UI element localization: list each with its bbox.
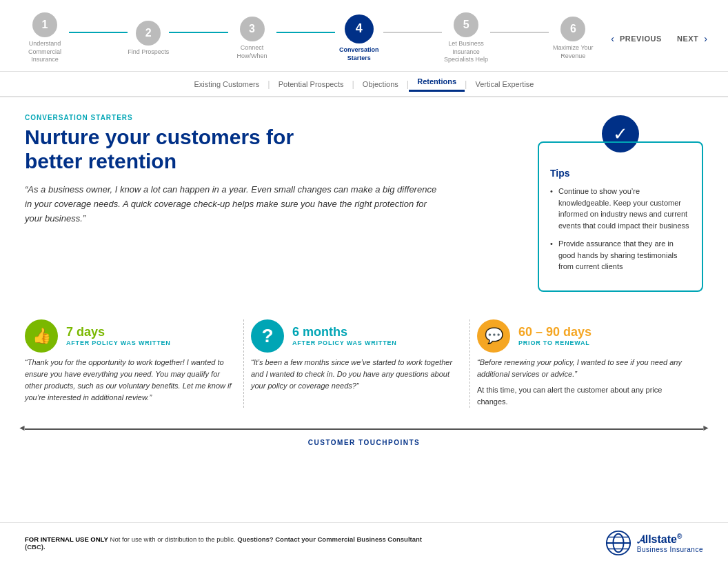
tp-icon-chat: 💬 (477, 319, 510, 353)
tp-duration-2: 6 months (292, 325, 397, 339)
step-line-5 (490, 32, 549, 33)
next-label[interactable]: NEXT (677, 34, 698, 43)
tips-box: Tips Continue to show you’re knowledgeab… (538, 141, 703, 292)
tp-duration-3: 60 – 90 days (518, 325, 592, 339)
page: 1 Understand Commercial Insurance 2 Find… (0, 0, 728, 563)
step-3[interactable]: 3 Connect How/When (228, 17, 276, 60)
step-line-4 (383, 32, 442, 33)
step-circle-5: 5 (454, 12, 478, 37)
tp-header-2: 6 months AFTER POLICY WAS WRITTEN (292, 325, 397, 346)
prev-label[interactable]: PREVIOUS (620, 34, 662, 43)
tp-header-1: 7 days AFTER POLICY WAS WRITTEN (66, 325, 171, 346)
subnav-objections[interactable]: Objections (354, 80, 407, 88)
touchpoints-section: 👍 7 days AFTER POLICY WAS WRITTEN “Thank… (0, 299, 728, 422)
step-label-3: Connect How/When (228, 44, 276, 60)
step-2[interactable]: 2 Find Prospects (128, 21, 169, 57)
tp-icon-row-3: 💬 60 – 90 days PRIOR TO RENEWAL (477, 319, 689, 353)
arrow-label: CUSTOMER TOUCHPOINTS (294, 439, 434, 446)
top-nav: 1 Understand Commercial Insurance 2 Find… (0, 0, 728, 72)
tp-extra-3: At this time, you can alert the customer… (477, 384, 689, 408)
tp-body-3: “Before renewing your policy, I wanted t… (477, 357, 689, 380)
tp-icon-row-2: ? 6 months AFTER POLICY WAS WRITTEN (251, 319, 463, 353)
sub-nav: Existing Customers | Potential Prospects… (0, 72, 728, 97)
quote-text: “As a business owner, I know a lot can h… (25, 183, 438, 226)
tp-icon-question: ? (251, 319, 284, 353)
allstate-text: 𝓐llstate® Business Insurance (637, 533, 703, 553)
footer-text: FOR INTERNAL USE ONLY Not for use with o… (25, 535, 438, 551)
subnav-retentions[interactable]: Retentions (409, 77, 465, 92)
nav-arrows: ‹ PREVIOUS NEXT › (611, 33, 707, 44)
tp-icon-thumbsup: 👍 (25, 319, 58, 353)
touchpoints-cards: 👍 7 days AFTER POLICY WAS WRITTEN “Thank… (25, 313, 703, 415)
footer-disclaimer: Not for use with or distribution to the … (110, 535, 238, 543)
step-6[interactable]: 6 Maximize Your Revenue (549, 17, 597, 60)
tips-wrapper: ✓ Tips Continue to show you’re knowledge… (538, 135, 703, 292)
step-line-2 (169, 32, 228, 33)
tp-subtitle-3: PRIOR TO RENEWAL (518, 339, 592, 346)
step-4[interactable]: 4 Conversation Starters (335, 14, 383, 62)
footer: FOR INTERNAL USE ONLY Not for use with o… (0, 522, 728, 563)
step-label-2: Find Prospects (128, 48, 169, 57)
tp-icon-row-1: 👍 7 days AFTER POLICY WAS WRITTEN (25, 319, 237, 353)
step-label-6: Maximize Your Revenue (549, 44, 597, 60)
tp-duration-1: 7 days (66, 325, 171, 339)
step-label-5: Let Business Insurance Specialists Help (442, 40, 490, 64)
step-label-1: Understand Commercial Insurance (21, 40, 69, 64)
step-label-4: Conversation Starters (335, 46, 383, 62)
heading-line2: better retention (25, 150, 176, 172)
footer-internal: FOR INTERNAL USE ONLY (25, 535, 108, 543)
tp-body-2: “It’s been a few months since we’ve star… (251, 357, 463, 392)
allstate-brand-sub: Business Insurance (637, 546, 703, 553)
allstate-brand-name: 𝓐llstate® (637, 533, 682, 546)
subnav-vertical-expertise[interactable]: Vertical Expertise (467, 80, 542, 88)
allstate-icon-svg (605, 530, 631, 556)
touchpoint-card-60-90days: 💬 60 – 90 days PRIOR TO RENEWAL “Before … (477, 313, 703, 415)
step-circle-2: 2 (136, 21, 161, 46)
tp-subtitle-1: AFTER POLICY WAS WRITTEN (66, 339, 171, 346)
step-circle-6: 6 (560, 17, 585, 41)
tips-list: Continue to show you’re knowledgeable. K… (550, 186, 691, 273)
step-circle-1: 1 (32, 12, 57, 37)
main-content: CONVERSATION STARTERS Nurture your custo… (0, 97, 728, 299)
step-line-1 (69, 32, 128, 33)
touchpoint-card-7days: 👍 7 days AFTER POLICY WAS WRITTEN “Thank… (25, 313, 251, 415)
touchpoint-card-6months: ? 6 months AFTER POLICY WAS WRITTEN “It’… (251, 313, 477, 415)
subnav-potential-prospects[interactable]: Potential Prospects (270, 80, 352, 88)
tp-body-1: “Thank you for the opportunity to work t… (25, 357, 237, 404)
step-line-3 (276, 32, 335, 33)
arrow-label-row: CUSTOMER TOUCHPOINTS (0, 433, 728, 453)
step-circle-4: 4 (345, 14, 374, 43)
prev-arrow-icon[interactable]: ‹ (611, 33, 614, 44)
tips-item-2: Provide assurance that they are in good … (550, 238, 691, 273)
next-arrow-icon[interactable]: › (704, 33, 707, 44)
subnav-existing-customers[interactable]: Existing Customers (186, 80, 268, 88)
allstate-logo: 𝓐llstate® Business Insurance (605, 530, 703, 556)
tp-header-3: 60 – 90 days PRIOR TO RENEWAL (518, 325, 592, 346)
step-circle-3: 3 (240, 17, 265, 41)
tp-subtitle-2: AFTER POLICY WAS WRITTEN (292, 339, 397, 346)
step-5[interactable]: 5 Let Business Insurance Specialists Hel… (442, 12, 490, 64)
heading-line1: Nurture your customers for (25, 126, 294, 148)
tips-title: Tips (550, 168, 691, 179)
steps-container: 1 Understand Commercial Insurance 2 Find… (21, 12, 597, 64)
section-label: CONVERSATION STARTERS (25, 114, 524, 121)
left-content: CONVERSATION STARTERS Nurture your custo… (25, 114, 524, 292)
step-1[interactable]: 1 Understand Commercial Insurance (21, 12, 69, 64)
arrow-line-container (0, 422, 728, 433)
arrow-line (25, 428, 703, 430)
tips-item-1: Continue to show you’re knowledgeable. K… (550, 186, 691, 231)
main-heading: Nurture your customers for better retent… (25, 126, 524, 173)
